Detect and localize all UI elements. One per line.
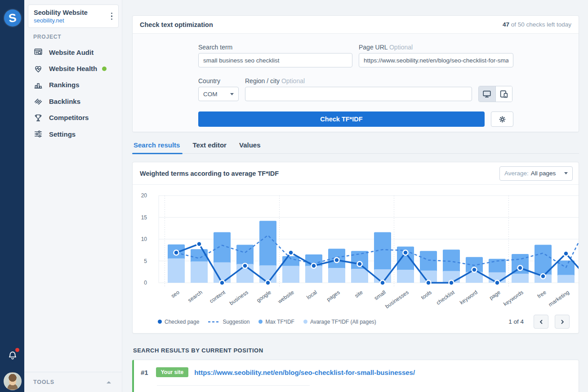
project-selector[interactable]: Seobility Website seobility.net (28, 4, 119, 28)
main-content: Check text optimization 47 of 50 checks … (122, 0, 588, 392)
sidebar-item-backlinks[interactable]: Backlinks (24, 93, 122, 109)
gear-icon (498, 115, 507, 124)
next-page-button[interactable] (555, 315, 570, 329)
svg-text:0: 0 (144, 280, 147, 286)
sidebar-item-competitors[interactable]: Competitors (24, 110, 122, 126)
svg-text:page: page (488, 289, 502, 301)
chart-title: Weighted terms according to average TF*I… (140, 170, 279, 177)
average-tfidf-dot-icon (303, 320, 307, 324)
search-term-input[interactable] (198, 53, 352, 67)
svg-text:tools: tools (420, 289, 433, 301)
notification-dot (15, 348, 19, 352)
search-term-label: Search term (198, 44, 232, 51)
mobile-toggle-button[interactable] (495, 86, 512, 102)
country-select[interactable]: COM (198, 87, 239, 101)
sidebar-item-label: Backlinks (49, 98, 80, 105)
legend-checked-page: Checked page (158, 319, 199, 325)
sidebar: Seobility Website seobility.net PROJECT … (24, 0, 122, 392)
seobility-logo[interactable]: S (4, 9, 21, 27)
dashed-line-icon (208, 321, 220, 323)
svg-text:local: local (305, 289, 318, 301)
sidebar-item-website-health[interactable]: Website Health (24, 60, 122, 76)
website-health-icon (33, 64, 43, 74)
project-selector-text: Seobility Website seobility.net (34, 9, 109, 24)
svg-text:keywords: keywords (502, 289, 525, 307)
svg-text:free: free (536, 289, 548, 300)
chevron-left-icon (538, 319, 544, 325)
checked-page-dot-icon (158, 320, 162, 324)
region-city-input[interactable] (245, 87, 472, 101)
sidebar-item-label: Settings (49, 130, 76, 138)
panel-title: Check text optimization (140, 21, 213, 28)
your-site-badge: Your site (156, 367, 188, 377)
svg-text:website: website (276, 289, 295, 305)
user-avatar[interactable] (4, 372, 22, 390)
svg-text:marketing: marketing (548, 289, 570, 308)
country-label: Country (198, 77, 220, 85)
sidebar-item-settings[interactable]: Settings (24, 126, 122, 142)
legend-max-tfidf: Max TF*IDF (258, 319, 294, 325)
svg-text:businesses: businesses (384, 289, 410, 310)
results-tabs: Search results Text editor Values (132, 138, 579, 154)
tab-search-results[interactable]: Search results (134, 138, 180, 153)
region-city-label: Region / city Optional (245, 77, 305, 85)
app-root: S Seobility Website seobility.net PROJEC… (0, 0, 588, 392)
competitors-icon (33, 113, 43, 123)
logo-letter: S (8, 12, 17, 24)
sidebar-item-label: Rankings (49, 81, 80, 89)
project-domain-link[interactable]: seobility.net (34, 17, 109, 24)
tools-section-toggle[interactable]: TOOLS (24, 372, 122, 392)
tools-label: TOOLS (33, 379, 54, 385)
project-section-label: PROJECT (33, 34, 61, 40)
svg-text:seo: seo (170, 289, 181, 299)
desktop-icon (482, 89, 492, 99)
svg-text:5: 5 (144, 258, 147, 264)
kebab-menu-icon[interactable] (109, 10, 115, 23)
result-url-link[interactable]: https://www.seobility.net/en/blog/seo-ch… (194, 369, 415, 376)
page-indicator: 1 of 4 (508, 318, 524, 325)
tab-text-editor[interactable]: Text editor (192, 138, 227, 153)
result-divider (157, 385, 310, 386)
svg-text:content: content (208, 289, 227, 304)
check-tfidf-button[interactable]: Check TF*IDF (198, 111, 485, 127)
max-tfidf-dot-icon (258, 320, 263, 324)
svg-text:15: 15 (141, 214, 147, 221)
serp-section-heading: SEARCH RESULTS BY CURRENT POSITION (133, 347, 263, 354)
tfidf-bar-chart: 05101520seosearchcontentbusinessgooglewe… (133, 185, 579, 316)
legend-suggestion: Suggestion (208, 319, 249, 325)
website-audit-icon (33, 47, 43, 57)
sidebar-item-website-audit[interactable]: Website Audit (24, 44, 122, 60)
sidebar-nav: Website Audit Website Health (24, 44, 122, 142)
desktop-toggle-button[interactable] (479, 86, 495, 102)
chevron-down-icon (230, 93, 234, 95)
average-pages-select[interactable]: Average: All pages (499, 166, 573, 181)
sidebar-item-label: Competitors (49, 114, 89, 121)
chart-pagination: 1 of 4 (508, 315, 570, 329)
page-url-label: Page URL Optional (359, 44, 413, 51)
project-name: Seobility Website (34, 9, 109, 17)
check-form: Search term Page URL Optional Country CO… (133, 34, 579, 132)
settings-gear-button[interactable] (491, 111, 513, 127)
sidebar-item-rankings[interactable]: Rankings (24, 77, 122, 93)
previous-page-button[interactable] (534, 315, 548, 329)
page-url-input[interactable] (359, 53, 513, 67)
sidebar-item-label: Website Health (49, 65, 97, 72)
chevron-down-icon (564, 172, 568, 174)
svg-text:checklist: checklist (435, 289, 456, 306)
svg-text:site: site (353, 289, 364, 299)
serp-result-card: #1 Your site https://www.seobility.net/e… (132, 360, 579, 392)
rankings-icon (33, 80, 43, 90)
chart-footer: Checked page Suggestion Max TF*IDF Avara… (133, 315, 579, 329)
result-position: #1 (141, 369, 148, 376)
settings-sliders-icon (33, 129, 43, 139)
svg-text:20: 20 (141, 192, 147, 199)
svg-text:keyword: keyword (459, 289, 479, 306)
backlinks-icon (33, 96, 43, 106)
notifications-button[interactable] (7, 350, 18, 361)
device-toggle (478, 86, 512, 102)
chevron-right-icon (559, 319, 566, 325)
svg-text:small: small (373, 289, 387, 302)
tab-values[interactable]: Values (239, 138, 261, 153)
svg-text:business: business (228, 289, 249, 307)
tfidf-chart-card: Weighted terms according to average TF*I… (132, 162, 579, 334)
